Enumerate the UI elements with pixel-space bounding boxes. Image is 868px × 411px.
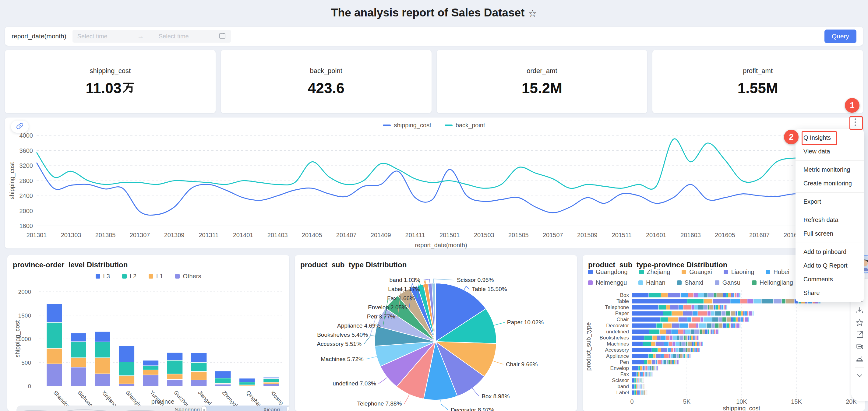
hbar-seg-Accessory-Guangdong[interactable] bbox=[690, 348, 692, 352]
hbar-seg-Appliance-Anhui[interactable] bbox=[680, 354, 683, 358]
hbar-seg-Machines-Neimenggu[interactable] bbox=[673, 342, 676, 346]
hbar-seg-Machines-Guangdong[interactable] bbox=[692, 342, 694, 346]
hbar-seg-Decorator-Hainan[interactable] bbox=[740, 323, 740, 328]
hbar-seg-undefined-Heilongjiang[interactable] bbox=[700, 329, 702, 334]
hbar-seg-Decorator-Guangxi[interactable] bbox=[663, 323, 672, 328]
hbar-seg-Chair-Neimenggu[interactable] bbox=[744, 317, 748, 322]
hbar-seg-Bookshelves-Henan[interactable] bbox=[666, 336, 670, 340]
hbar-seg-Appliance-Zhejiang[interactable] bbox=[648, 354, 653, 358]
hbar-seg-Accessory-Neimenggu[interactable] bbox=[674, 348, 676, 352]
hbar-seg-Pen-Hainan[interactable] bbox=[662, 360, 664, 365]
hbar-seg-Table-Liaoning[interactable] bbox=[713, 299, 730, 304]
hbar-seg-Paper-Neimenggu[interactable] bbox=[748, 311, 752, 316]
menu-item-metric-monitoring[interactable]: Metric monitoring bbox=[796, 163, 864, 177]
hbar-seg-undefined-Henan[interactable] bbox=[714, 329, 716, 334]
hbar-seg-Table-Heilongjiang[interactable] bbox=[782, 299, 786, 304]
hbar-seg-Telephone-Gansu[interactable] bbox=[704, 305, 708, 310]
bar-Xicang-L2[interactable] bbox=[263, 378, 279, 382]
favorite-icon[interactable] bbox=[856, 318, 864, 327]
hbar-seg-Accessory-Heilongjiang[interactable] bbox=[686, 348, 687, 352]
bar-Guizhou-L1[interactable] bbox=[167, 374, 183, 379]
hbar-seg-Machines-Hubei[interactable] bbox=[699, 342, 699, 346]
hbar-seg-Bookshelves-Hubei[interactable] bbox=[694, 336, 695, 340]
hbar-seg-Bookshelves-Guangdong[interactable] bbox=[632, 336, 644, 340]
hbar-seg-Box-Guangxi[interactable] bbox=[728, 293, 731, 297]
hbar-seg-Machines-Neimenggu[interactable] bbox=[701, 342, 702, 346]
hbar-seg-Telephone-Guangxi[interactable] bbox=[666, 305, 670, 310]
hbar-seg-Scissor-Guangdong[interactable] bbox=[632, 378, 634, 383]
hbar-seg-Pen-Hubei[interactable] bbox=[676, 360, 676, 365]
legend-item-Heilongjiang[interactable]: Heilongjiang bbox=[752, 279, 793, 286]
hbar-seg-Envelop-Shanxi[interactable] bbox=[650, 366, 651, 371]
hbar-seg-Machines-Liaoning[interactable] bbox=[655, 342, 664, 346]
hbar-seg-Paper-Neimenggu[interactable] bbox=[707, 311, 711, 316]
hbar-seg-Decorator-Hubei[interactable] bbox=[679, 323, 688, 328]
hbar-seg-Envelop-Henan[interactable] bbox=[645, 366, 647, 371]
hbar-seg-Chair-Anhui[interactable] bbox=[727, 317, 731, 322]
menu-item-add-to-pinboard[interactable]: Add to pinboard bbox=[796, 245, 864, 259]
bar-Zhongqing-Others[interactable] bbox=[215, 384, 231, 386]
hbar-seg-Machines-Zhejiang[interactable] bbox=[643, 342, 651, 346]
bar-Sichuan-L2[interactable] bbox=[71, 342, 87, 358]
download-icon[interactable] bbox=[856, 306, 864, 315]
hbar-seg-Decorator-Guangxi[interactable] bbox=[729, 323, 730, 328]
hbar-seg-undefined-Neimenggu[interactable] bbox=[683, 329, 685, 334]
hbar-seg-Fax-Liaoning[interactable] bbox=[640, 372, 641, 377]
hbar-seg-undefined-Liaoning[interactable] bbox=[666, 329, 671, 334]
bar-Yunnan-L2[interactable] bbox=[143, 366, 159, 370]
hbar-seg-Box-Zhejiang[interactable] bbox=[649, 293, 661, 297]
hbar-seg-Chair-Zhejiang[interactable] bbox=[733, 317, 736, 322]
hbar-seg-Paper-Guangdong[interactable] bbox=[632, 311, 663, 316]
hbar-seg-Machines-Henan[interactable] bbox=[699, 342, 701, 346]
hbar-seg-Scissor-Zhejiang[interactable] bbox=[634, 378, 636, 383]
hbar-seg-Paper-Liaoning[interactable] bbox=[683, 311, 692, 316]
hbar-seg-Telephone-Hubei[interactable] bbox=[679, 305, 683, 310]
hbar-seg-Accessory-Henan[interactable] bbox=[671, 348, 673, 352]
hbar-seg-band-Guangdong[interactable] bbox=[632, 384, 634, 389]
hbar-seg-Decorator-Guangdong[interactable] bbox=[722, 323, 726, 328]
hbar-seg-band-Zhejiang[interactable] bbox=[634, 384, 636, 389]
datazoom-right-handle[interactable] bbox=[287, 406, 289, 411]
hbar-seg-Decorator-Heilongjiang[interactable] bbox=[715, 323, 719, 328]
legend-item-Others[interactable]: Others bbox=[175, 273, 201, 280]
hbar-seg-Paper-Hubei[interactable] bbox=[744, 311, 747, 316]
hbar-seg-Machines-Guangdong[interactable] bbox=[632, 342, 643, 346]
hbar-seg-Machines-Shanxi[interactable] bbox=[679, 342, 682, 346]
bar-Guizhou-L2[interactable] bbox=[167, 360, 183, 374]
hbar-seg-Label-Hainan[interactable] bbox=[647, 390, 648, 395]
bar-Shanghai-L2[interactable] bbox=[119, 362, 135, 376]
hbar-seg-Appliance-Neimenggu[interactable] bbox=[669, 354, 671, 358]
hbar-seg-Box-Anhui[interactable] bbox=[717, 293, 723, 297]
hbar-seg-Table-Guangdong[interactable] bbox=[632, 299, 687, 304]
bar-Xicang-L1[interactable] bbox=[263, 382, 279, 384]
hbar-seg-undefined-Shanxi[interactable] bbox=[690, 329, 694, 334]
horizontal-stacked-bar-chart[interactable]: 05K10K15K20KBoxTableTelephonePaperChairD… bbox=[583, 289, 865, 411]
hbar-seg-Box-Heilongjiang[interactable] bbox=[714, 293, 717, 297]
bar-Sichuan-Others[interactable] bbox=[71, 367, 87, 386]
hbar-seg-Decorator-Neimenggu[interactable] bbox=[696, 323, 699, 328]
trend-line-chart[interactable]: 1600200024002800320036004000201301201303… bbox=[5, 128, 863, 248]
hbar-seg-Box-Hubei[interactable] bbox=[733, 293, 735, 297]
hbar-seg-Chair-Liaoning[interactable] bbox=[678, 317, 687, 322]
hbar-seg-band-Hubei[interactable] bbox=[638, 384, 639, 389]
legend-item-back_point[interactable]: back_point bbox=[445, 122, 485, 129]
hbar-seg-band-Guangxi[interactable] bbox=[636, 384, 637, 389]
hbar-seg-Label-Guangdong[interactable] bbox=[632, 390, 634, 395]
hbar-seg-Box-Neimenggu[interactable] bbox=[737, 293, 739, 297]
hbar-seg-Chair-Hubei[interactable] bbox=[687, 317, 691, 322]
hbar-seg-undefined-Guangdong[interactable] bbox=[705, 329, 708, 334]
hbar-seg-Scissor-Hubei[interactable] bbox=[638, 378, 638, 383]
hbar-seg-Pen-Zhejiang[interactable] bbox=[644, 360, 647, 365]
hbar-seg-Chair-Hainan[interactable] bbox=[748, 317, 749, 322]
bar-Guizhou-L3[interactable] bbox=[167, 352, 183, 360]
kpi-card-profit-amt[interactable]: profit_amt 1.55M bbox=[652, 50, 863, 113]
hbar-seg-Table-Henan[interactable] bbox=[740, 299, 747, 304]
hbar-seg-Telephone-Zhejiang[interactable] bbox=[658, 305, 666, 310]
hbar-seg-Label-Liaoning[interactable] bbox=[637, 390, 639, 395]
hbar-seg-Envelop-Zhejiang[interactable] bbox=[638, 366, 640, 371]
hbar-seg-Bookshelves-Gansu[interactable] bbox=[680, 336, 684, 340]
legend-item-Liaoning[interactable]: Liaoning bbox=[724, 268, 754, 276]
query-button[interactable]: Query bbox=[825, 30, 857, 43]
hbar-seg-Machines-Guangxi[interactable] bbox=[695, 342, 697, 346]
hbar-seg-Accessory-Gansu[interactable] bbox=[683, 348, 686, 352]
